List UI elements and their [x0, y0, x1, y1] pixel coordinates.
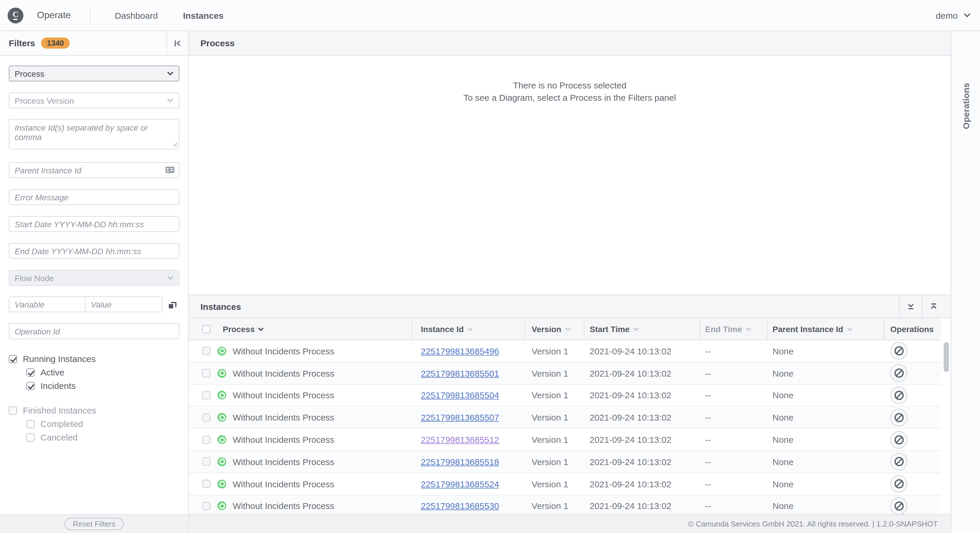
sort-icon[interactable]	[846, 327, 853, 331]
resize-handle-icon[interactable]	[173, 142, 178, 147]
table-row: Without Incidents Process 22517998136855…	[189, 473, 941, 495]
circle-slash-icon	[893, 478, 905, 490]
expand-panel-down-button[interactable]	[899, 295, 922, 317]
sort-icon[interactable]	[565, 327, 571, 331]
filter-checkbox[interactable]	[9, 406, 17, 414]
row-version: Version 1	[531, 368, 568, 378]
row-end-time: --	[705, 479, 711, 489]
operations-panel-collapsed[interactable]: Operations	[951, 31, 980, 533]
table-scrollbar-thumb[interactable]	[943, 342, 949, 372]
column-header-instance-id[interactable]: Instance Id	[421, 324, 464, 333]
instance-ids-textarea[interactable]	[9, 119, 179, 149]
row-end-time: --	[705, 368, 711, 378]
start-date-input[interactable]	[9, 216, 179, 232]
process-select[interactable]: Process	[9, 66, 179, 81]
row-start-time: 2021-09-24 10:13:02	[590, 479, 671, 489]
filter-checkbox-label: Running Instances	[23, 354, 96, 364]
active-status-icon	[218, 413, 226, 422]
camunda-logo-icon[interactable]: C	[8, 7, 24, 23]
parent-instance-id-input[interactable]	[9, 162, 179, 178]
reset-filters-button[interactable]: Reset Filters	[64, 518, 124, 530]
circle-slash-icon	[893, 500, 905, 512]
column-header-operations: Operations	[890, 324, 934, 333]
error-message-input[interactable]	[9, 189, 179, 205]
row-checkbox[interactable]	[202, 391, 210, 400]
end-date-input[interactable]	[9, 243, 179, 259]
sort-icon[interactable]	[633, 327, 639, 331]
variable-name-input[interactable]	[9, 297, 86, 312]
row-process-name: Without Incidents Process	[233, 435, 334, 444]
operation-id-input[interactable]	[9, 323, 179, 339]
row-checkbox[interactable]	[202, 435, 210, 444]
filter-checkbox[interactable]	[26, 433, 35, 441]
flow-node-select[interactable]: Flow Node	[9, 270, 179, 286]
row-checkbox[interactable]	[202, 414, 210, 422]
row-version: Version 1	[531, 390, 568, 400]
select-all-checkbox[interactable]	[202, 325, 210, 333]
instance-id-link[interactable]: 2251799813685524	[421, 479, 499, 489]
row-checkbox[interactable]	[202, 458, 210, 466]
chevron-down-icon	[167, 71, 173, 76]
nav-instances[interactable]: Instances	[183, 10, 223, 20]
row-start-time: 2021-09-24 10:13:02	[590, 457, 671, 467]
filters-panel: Filters 1340 Process P	[0, 31, 189, 533]
sort-icon	[746, 327, 751, 331]
chevron-down-icon	[167, 98, 173, 103]
filter-checkbox[interactable]	[26, 368, 35, 376]
row-checkbox[interactable]	[202, 502, 210, 510]
row-parent-instance-id: None	[773, 435, 794, 444]
chevron-down-to-line-icon	[907, 302, 915, 311]
process-version-select[interactable]: Process Version	[9, 92, 179, 108]
cancel-operation-button[interactable]	[890, 409, 907, 427]
column-header-start-time[interactable]: Start Time	[590, 324, 630, 333]
filters-title: Filters	[9, 38, 35, 48]
filter-checkbox[interactable]	[26, 420, 35, 428]
active-status-icon	[218, 435, 226, 444]
instance-id-link[interactable]: 2251799813685501	[421, 368, 499, 378]
open-json-editor-button[interactable]	[168, 300, 177, 308]
instance-id-link[interactable]: 2251799813685507	[421, 412, 499, 423]
row-start-time: 2021-09-24 10:13:02	[590, 501, 671, 511]
cancel-operation-button[interactable]	[890, 364, 907, 382]
instance-id-link[interactable]: 2251799813685504	[421, 390, 499, 400]
cancel-operation-button[interactable]	[890, 387, 907, 404]
row-parent-instance-id: None	[773, 457, 794, 467]
row-version: Version 1	[531, 457, 568, 467]
cancel-operation-button[interactable]	[890, 475, 907, 493]
row-version: Version 1	[531, 346, 568, 356]
variable-value-input[interactable]	[85, 297, 162, 312]
circle-slash-icon	[893, 412, 905, 424]
filters-footer: Reset Filters	[0, 514, 188, 533]
collapse-filters-button[interactable]	[167, 31, 188, 55]
chevron-up-to-line-icon	[930, 302, 938, 311]
row-process-name: Without Incidents Process	[233, 346, 334, 356]
circle-slash-icon	[893, 345, 905, 357]
column-header-process[interactable]: Process	[223, 324, 255, 333]
process-panel-header: Process	[189, 31, 951, 56]
instances-panel-title: Instances	[200, 301, 241, 311]
filter-checkbox[interactable]	[26, 382, 35, 390]
cancel-operation-button[interactable]	[890, 497, 907, 514]
filter-checkbox[interactable]	[9, 355, 17, 363]
collapse-left-icon	[173, 39, 182, 47]
expand-panel-up-button[interactable]	[922, 295, 945, 317]
cancel-operation-button[interactable]	[890, 431, 907, 448]
filter-checkbox-label: Incidents	[40, 381, 76, 391]
column-header-parent-instance-id[interactable]: Parent Instance Id	[773, 324, 843, 333]
json-editor-windows-icon	[168, 300, 177, 308]
instance-id-link[interactable]: 2251799813685496	[421, 346, 499, 356]
user-menu[interactable]: demo	[936, 10, 969, 20]
column-header-version[interactable]: Version	[531, 324, 561, 333]
instance-id-link[interactable]: 2251799813685512	[421, 435, 499, 444]
nav-dashboard[interactable]: Dashboard	[115, 10, 158, 20]
sort-desc-icon[interactable]	[258, 327, 264, 331]
instance-id-link[interactable]: 2251799813685518	[421, 457, 499, 467]
row-checkbox[interactable]	[202, 347, 210, 355]
table-row: Without Incidents Process 22517998136855…	[189, 451, 941, 473]
sort-icon[interactable]	[467, 327, 473, 331]
instance-id-link[interactable]: 2251799813685530	[421, 501, 499, 511]
cancel-operation-button[interactable]	[890, 343, 907, 360]
row-checkbox[interactable]	[202, 369, 210, 377]
row-checkbox[interactable]	[202, 480, 210, 488]
cancel-operation-button[interactable]	[890, 453, 907, 471]
